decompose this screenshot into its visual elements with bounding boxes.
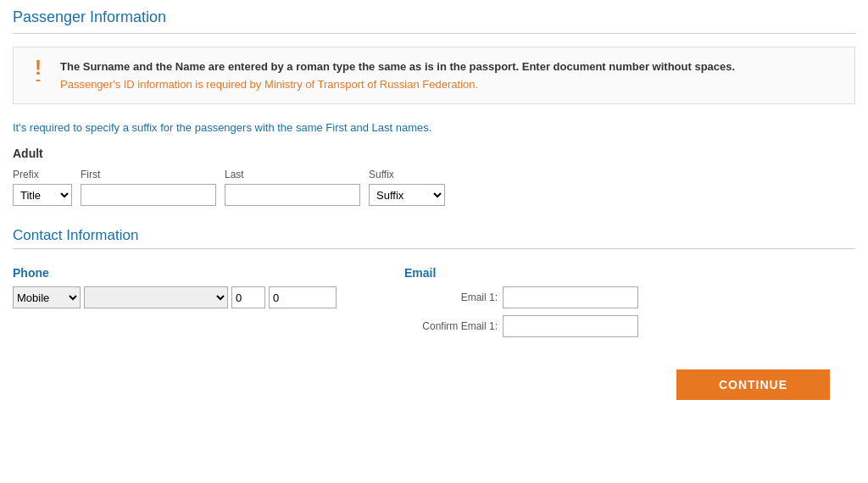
phone-number-input[interactable] [269,286,337,308]
first-name-label: First [81,169,216,180]
suffix-group: Suffix Suffix Jr Sr II III [369,169,445,206]
phone-inputs: Mobile Home Work Other +1 United States … [13,286,337,308]
passenger-section-label: Adult [13,147,855,160]
last-name-group: Last [225,169,360,206]
passenger-fields: Prefix Title Mr Mrs Ms Dr First Last Suf… [13,169,855,206]
last-name-label: Last [225,169,360,180]
first-name-group: First [81,169,216,206]
confirm-email1-row: Confirm Email 1: [404,315,638,337]
suffix-label: Suffix [369,169,445,180]
warning-main-text: The Surname and the Name are entered by … [60,60,842,73]
phone-label: Phone [13,266,337,280]
email-label: Email [404,266,638,280]
warning-box: ! The Surname and the Name are entered b… [13,47,855,104]
email1-row: Email 1: [404,286,638,308]
suffix-select[interactable]: Suffix Jr Sr II III [369,184,445,206]
contact-information-title: Contact Information [13,227,855,244]
warning-icon: ! [26,58,50,81]
exclamation-mark: ! [35,58,42,78]
confirm-email1-label: Confirm Email 1: [404,320,498,332]
page-title: Passenger Information [13,8,855,26]
prefix-label: Prefix [13,169,72,180]
contact-divider [13,248,855,249]
prefix-select[interactable]: Title Mr Mrs Ms Dr [13,184,72,206]
continue-button[interactable]: CONTINUE [676,369,830,400]
warning-sub-text: Passenger's ID information is required b… [60,78,842,91]
continue-row: CONTINUE [13,369,855,400]
title-divider [13,33,855,34]
suffix-note: It's required to specify a suffix for th… [13,121,855,134]
phone-section: Phone Mobile Home Work Other +1 United S… [13,266,337,308]
phone-area-input[interactable] [231,286,265,308]
email-section: Email Email 1: Confirm Email 1: [404,266,638,344]
phone-country-select[interactable]: +1 United States +7 Russia +44 United Ki… [84,286,228,308]
exclamation-dot [36,80,41,81]
last-name-input[interactable] [225,184,360,206]
contact-row: Phone Mobile Home Work Other +1 United S… [13,266,855,344]
phone-type-select[interactable]: Mobile Home Work Other [13,286,81,308]
prefix-group: Prefix Title Mr Mrs Ms Dr [13,169,72,206]
email1-input[interactable] [503,286,638,308]
first-name-input[interactable] [81,184,216,206]
confirm-email1-input[interactable] [503,315,638,337]
email1-label: Email 1: [404,291,498,303]
